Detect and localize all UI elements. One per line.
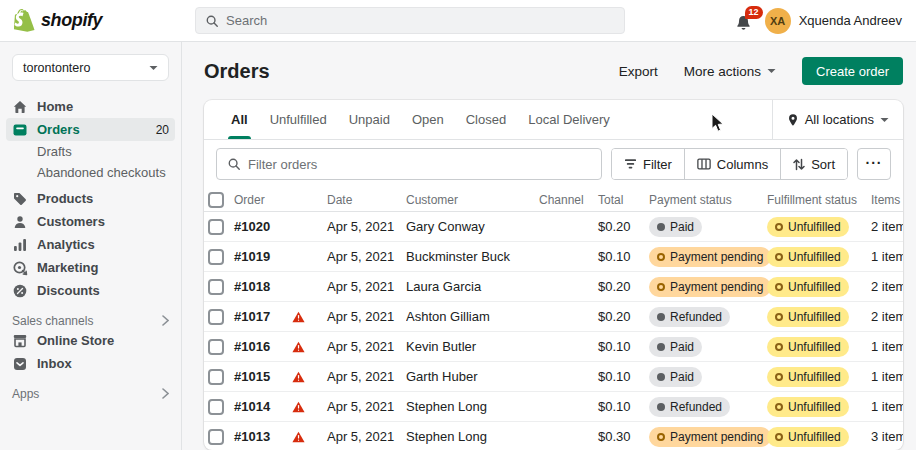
column-header-customer[interactable]: Customer xyxy=(406,193,539,207)
table-row[interactable]: #1013 Apr 5, 2021 Stephen Long $0.30 Pay… xyxy=(204,422,903,450)
sidebar-item-online-store[interactable]: Online Store xyxy=(6,329,175,352)
orders-icon xyxy=(12,122,28,138)
chevron-down-icon xyxy=(149,65,158,71)
tag-icon xyxy=(12,191,28,207)
warning-icon xyxy=(292,311,305,323)
column-header-fulfillment[interactable]: Fulfillment status xyxy=(767,193,871,207)
notifications-button[interactable]: 12 xyxy=(733,10,755,32)
page-title: Orders xyxy=(204,60,270,83)
row-checkbox[interactable] xyxy=(208,309,224,325)
order-number: #1017 xyxy=(234,309,292,324)
order-date: Apr 5, 2021 xyxy=(327,309,406,324)
column-header-channel[interactable]: Channel xyxy=(539,193,598,207)
fulfillment-status-badge: Unfulfilled xyxy=(767,277,849,297)
tab-local-delivery[interactable]: Local Delivery xyxy=(517,100,621,139)
sidebar-item-discounts[interactable]: Discounts xyxy=(6,279,175,302)
table-row[interactable]: #1020 Apr 5, 2021 Gary Conway $0.20 Paid… xyxy=(204,212,903,242)
main-panel: Orders Export More actions Create order … xyxy=(182,42,916,450)
status-dot-icon xyxy=(657,433,665,441)
order-number: #1016 xyxy=(234,339,292,354)
sidebar-item-orders[interactable]: Orders 20 xyxy=(6,118,175,141)
order-number: #1015 xyxy=(234,369,292,384)
row-checkbox[interactable] xyxy=(208,339,224,355)
store-selector[interactable]: torontontero xyxy=(12,54,169,81)
table-row[interactable]: #1019 Apr 5, 2021 Buckminster Buck $0.10… xyxy=(204,242,903,272)
row-checkbox[interactable] xyxy=(208,399,224,415)
row-checkbox[interactable] xyxy=(208,279,224,295)
bar-chart-icon xyxy=(12,237,28,253)
table-row[interactable]: #1014 Apr 5, 2021 Stephen Long $0.10 Ref… xyxy=(204,392,903,422)
sidebar-item-drafts[interactable]: Drafts xyxy=(6,141,175,162)
row-checkbox[interactable] xyxy=(208,249,224,265)
items-count: 1 item xyxy=(871,249,903,264)
sidebar-item-marketing[interactable]: Marketing xyxy=(6,256,175,279)
customer-name: Buckminster Buck xyxy=(406,249,539,264)
fulfillment-status-label: Unfulfilled xyxy=(788,280,841,294)
column-header-items[interactable]: Items xyxy=(871,193,903,207)
tab-all[interactable]: All xyxy=(220,100,259,139)
locations-selector[interactable]: All locations xyxy=(772,100,903,139)
tab-open[interactable]: Open xyxy=(401,100,455,139)
table-row[interactable]: #1017 Apr 5, 2021 Ashton Gilliam $0.20 R… xyxy=(204,302,903,332)
sort-button[interactable]: Sort xyxy=(780,149,847,179)
sales-channels-section[interactable]: Sales channels xyxy=(6,312,175,329)
sidebar: torontontero Home Orders 20 Drafts xyxy=(0,42,182,450)
user-menu[interactable]: XA Xquenda Andreev xyxy=(765,8,902,34)
sidebar-item-customers[interactable]: Customers xyxy=(6,210,175,233)
filter-orders-input[interactable] xyxy=(248,157,591,172)
row-checkbox[interactable] xyxy=(208,369,224,385)
global-search-input[interactable] xyxy=(226,13,615,28)
apps-section[interactable]: Apps xyxy=(6,385,175,402)
fulfillment-status-badge: Unfulfilled xyxy=(767,427,849,447)
filter-button[interactable]: Filter xyxy=(612,149,684,179)
payment-status-badge: Payment pending xyxy=(649,247,771,267)
row-checkbox[interactable] xyxy=(208,219,224,235)
payment-status-badge: Payment pending xyxy=(649,277,771,297)
order-date: Apr 5, 2021 xyxy=(327,279,406,294)
columns-button[interactable]: Columns xyxy=(684,149,780,179)
status-ring-icon xyxy=(775,403,783,411)
payment-status-label: Payment pending xyxy=(670,280,763,294)
items-count: 1 item xyxy=(871,369,903,384)
column-header-date[interactable]: Date xyxy=(327,193,406,207)
export-button[interactable]: Export xyxy=(619,64,658,79)
page-header: Orders Export More actions Create order xyxy=(182,42,916,100)
row-checkbox[interactable] xyxy=(208,429,224,445)
column-header-payment[interactable]: Payment status xyxy=(649,193,767,207)
tab-unpaid[interactable]: Unpaid xyxy=(338,100,401,139)
column-header-order[interactable]: Order xyxy=(234,193,292,207)
order-number: #1020 xyxy=(234,219,292,234)
select-all-checkbox[interactable] xyxy=(208,192,224,208)
notification-count-badge: 12 xyxy=(745,6,763,20)
global-search[interactable] xyxy=(195,7,625,34)
chevron-right-icon xyxy=(162,388,169,399)
shopify-logo[interactable]: shopify xyxy=(0,9,182,33)
topbar-right: 12 XA Xquenda Andreev xyxy=(733,8,916,34)
sidebar-item-label: Inbox xyxy=(37,356,72,371)
table-row[interactable]: #1015 Apr 5, 2021 Garth Huber $0.10 Paid… xyxy=(204,362,903,392)
sidebar-item-abandoned-checkouts[interactable]: Abandoned checkouts xyxy=(6,162,175,183)
column-header-total[interactable]: Total xyxy=(598,193,649,207)
status-ring-icon xyxy=(775,223,783,231)
chevron-right-icon xyxy=(162,315,169,326)
items-count: 3 item xyxy=(871,429,903,444)
tabs-row: All Unfulfilled Unpaid Open Closed Local… xyxy=(204,100,903,140)
tab-unfulfilled[interactable]: Unfulfilled xyxy=(259,100,338,139)
order-date: Apr 5, 2021 xyxy=(327,249,406,264)
more-actions-button[interactable]: More actions xyxy=(684,64,776,79)
fulfillment-status-label: Unfulfilled xyxy=(788,340,841,354)
tab-closed[interactable]: Closed xyxy=(455,100,517,139)
sidebar-item-products[interactable]: Products xyxy=(6,187,175,210)
sidebar-item-home[interactable]: Home xyxy=(6,95,175,118)
content: torontontero Home Orders 20 Drafts xyxy=(0,42,916,450)
shopify-wordmark: shopify xyxy=(41,10,102,31)
sidebar-item-inbox[interactable]: Inbox xyxy=(6,352,175,375)
create-order-button[interactable]: Create order xyxy=(802,57,903,85)
customer-name: Stephen Long xyxy=(406,429,539,444)
more-options-button[interactable]: ··· xyxy=(857,148,891,180)
table-row[interactable]: #1018 Apr 5, 2021 Laura Garcia $0.20 Pay… xyxy=(204,272,903,302)
sidebar-item-label: Online Store xyxy=(37,333,114,348)
sidebar-item-analytics[interactable]: Analytics xyxy=(6,233,175,256)
table-row[interactable]: #1016 Apr 5, 2021 Kevin Butler $0.10 Pai… xyxy=(204,332,903,362)
filter-orders-search[interactable] xyxy=(216,148,602,180)
